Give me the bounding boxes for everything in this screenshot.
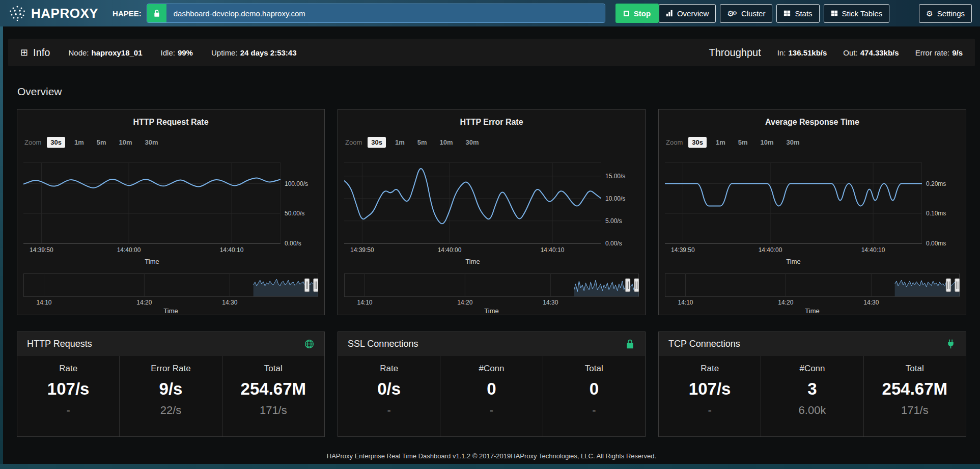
stat-column-rate: Rate 107/s - [659, 356, 761, 436]
stat-sub-value: - [708, 404, 712, 417]
nav-overview-button[interactable]: Overview [659, 4, 716, 23]
zoom-1m-button[interactable]: 1m [712, 137, 729, 148]
throughput-out: Out:474.33kb/s [843, 48, 899, 57]
card-title: TCP Connections [668, 339, 740, 349]
navigator-handle[interactable] [634, 279, 639, 292]
zoom-30m-button[interactable]: 30m [783, 137, 803, 148]
stat-value: 254.67M [241, 379, 306, 399]
x-axis-tick-label: 14:40:10 [861, 246, 885, 254]
card-header: HTTP Requests [17, 332, 324, 356]
navigator-handle[interactable] [625, 279, 630, 292]
chart-title: HTTP Error Rate [338, 118, 645, 127]
chart-navigator[interactable] [23, 273, 318, 297]
navigator-tick-label: 14:10 [678, 299, 693, 306]
card-body: Rate 107/s - Error Rate 9/s 22/s Total 2… [17, 356, 324, 436]
nav-overview-label: Overview [677, 9, 709, 18]
navigator-handle[interactable] [946, 279, 950, 292]
zoom-30s-button[interactable]: 30s [47, 137, 65, 148]
x-axis-tick-label: 14:39:50 [350, 246, 374, 254]
navigator-x-labels: 14:1014:2014:30 [344, 299, 639, 306]
charts-row: HTTP Request Rate Zoom 30s 1m 5m 10m 30m… [3, 109, 980, 315]
navigator-tick-label: 14:30 [543, 299, 558, 306]
x-axis-tick-label: 14:40:00 [117, 246, 141, 254]
zoom-1m-button[interactable]: 1m [391, 137, 408, 148]
throughput-group: Throughput In:136.51kb/s Out:474.33kb/s … [709, 47, 963, 59]
stat-label: Rate [380, 364, 398, 374]
nav-cluster-button[interactable]: ⚙⚙ Cluster [720, 4, 772, 23]
stat-label: Error Rate [151, 364, 190, 374]
nav-stick-tables-button[interactable]: Stick Tables [824, 4, 890, 23]
navigator-tick-label: 14:20 [136, 299, 152, 306]
idle-value: 99% [178, 48, 193, 57]
info-toggle[interactable]: ⊞ Info [20, 47, 50, 59]
card-http-requests: HTTP Requests Rate 107/s - Error Rate 9/… [17, 332, 325, 437]
stat-sub-value: - [67, 404, 70, 417]
page-title: Overview [17, 86, 980, 98]
y-axis-tick-label: 0.20ms [926, 180, 946, 187]
x-axis-title: Time [665, 258, 922, 265]
stop-button[interactable]: Stop [615, 4, 659, 23]
stop-icon [624, 11, 629, 16]
card-header: TCP Connections [659, 332, 966, 356]
hapee-label: HAPEE: [113, 9, 142, 18]
navigator-tick-label: 14:30 [222, 299, 237, 306]
out-label: Out: [843, 48, 857, 57]
chart-navigator[interactable] [344, 273, 639, 297]
x-axis-title: Time [23, 258, 281, 265]
navigator-handle[interactable] [314, 279, 318, 292]
navigator-chart [23, 273, 318, 297]
node-value: haproxy18_01 [91, 48, 142, 57]
lock-icon [625, 339, 635, 349]
x-axis-tick-label: 14:39:50 [671, 246, 695, 254]
y-axis-tick-label: 50.00/s [285, 210, 304, 217]
navigator-handle[interactable] [304, 279, 309, 292]
zoom-10m-button[interactable]: 10m [757, 137, 777, 148]
zoom-5m-button[interactable]: 5m [414, 137, 431, 148]
url-input[interactable] [166, 4, 605, 22]
zoom-10m-button[interactable]: 10m [436, 137, 457, 148]
settings-button[interactable]: ⚙ Settings [919, 4, 972, 23]
card-tcp-connections: TCP Connections Rate 107/s - #Conn 3 6.0… [658, 332, 966, 437]
x-axis-tick-label: 14:40:10 [541, 246, 565, 254]
stat-value: 0 [590, 379, 599, 399]
table-icon [831, 10, 838, 17]
zoom-label: Zoom [345, 139, 362, 146]
nav-stats-label: Stats [795, 9, 812, 18]
zoom-10m-button[interactable]: 10m [116, 137, 136, 148]
zoom-1m-button[interactable]: 1m [71, 137, 88, 148]
zoom-5m-button[interactable]: 5m [93, 137, 110, 148]
stat-column-total: Total 254.67M 171/s [863, 356, 966, 436]
zoom-30s-button[interactable]: 30s [688, 137, 707, 148]
nav-button-group: Overview ⚙⚙ Cluster Stats Stick Tables [659, 4, 889, 23]
zoom-5m-button[interactable]: 5m [735, 137, 751, 148]
zoom-label: Zoom [24, 139, 41, 146]
stat-sub-value: 171/s [901, 404, 929, 417]
stat-sub-value: 22/s [160, 404, 182, 417]
chart-navigator[interactable] [665, 273, 960, 297]
navigator-tick-label: 14:10 [37, 299, 52, 306]
nav-stick-tables-label: Stick Tables [842, 9, 883, 18]
node-label: Node: [68, 48, 89, 57]
x-axis-title: Time [344, 258, 601, 265]
idle-info: Idle:99% [161, 48, 193, 57]
stat-label: Rate [59, 364, 77, 374]
card-ssl-connections: SSL Connections Rate 0/s - #Conn 0 - Tot… [338, 332, 646, 437]
haproxy-logo-icon [8, 4, 26, 22]
y-axis-tick-label: 0.00/s [605, 240, 622, 247]
zoom-30s-button[interactable]: 30s [368, 137, 386, 148]
x-axis-tick-label: 14:39:50 [30, 246, 53, 254]
stat-value: 3 [807, 379, 817, 399]
stat-sub-value: - [490, 404, 493, 417]
stat-column-conn: #Conn 0 - [440, 356, 542, 436]
gear-icon: ⚙ [926, 10, 933, 17]
zoom-30m-button[interactable]: 30m [462, 137, 483, 148]
navigator-handle[interactable] [955, 279, 960, 292]
nav-stats-button[interactable]: Stats [776, 4, 819, 23]
throughput-error-rate: Error rate:9/s [915, 48, 963, 57]
zoom-30m-button[interactable]: 30m [142, 137, 162, 148]
x-axis-labels: 14:39:5014:40:0014:40:10 [344, 246, 601, 254]
gears-icon: ⚙⚙ [727, 10, 737, 17]
uptime-value: 24 days 2:53:43 [240, 48, 297, 57]
zoom-controls: Zoom 30s 1m 5m 10m 30m [24, 137, 324, 148]
x-axis-tick-label: 14:40:00 [759, 246, 782, 254]
